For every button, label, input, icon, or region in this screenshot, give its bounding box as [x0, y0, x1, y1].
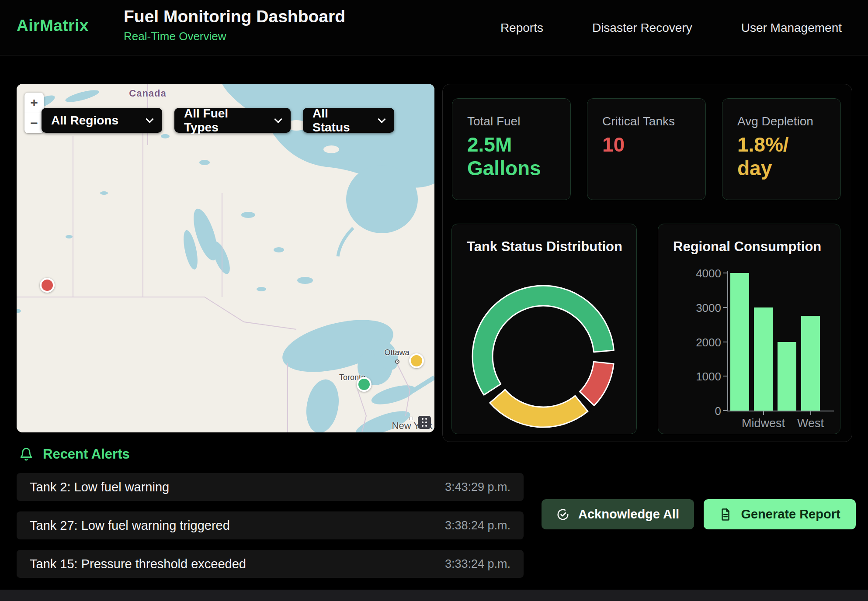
nav-user-management[interactable]: User Management: [741, 21, 842, 35]
alert-text: Tank 2: Low fuel warning: [30, 480, 169, 494]
title-block: Fuel Monitoring Dashboard Real-Time Over…: [124, 7, 345, 43]
regional-consumption-bar-chart: 01000200030004000MidwestWest: [658, 268, 841, 429]
ottawa-town-icon: [395, 359, 399, 364]
donut-segment-yellow: [490, 390, 588, 427]
map-resize-handle[interactable]: [418, 416, 431, 429]
alert-row[interactable]: Tank 27: Low fuel warning triggered 3:38…: [17, 511, 524, 539]
chevron-down-icon: [378, 115, 385, 123]
alert-row[interactable]: Tank 15: Pressure threshold exceeded 3:3…: [17, 550, 524, 578]
chevron-down-icon: [274, 115, 282, 123]
check-circle-icon: [556, 508, 569, 521]
regional-consumption-chart-card: Regional Consumption 01000200030004000Mi…: [658, 224, 840, 434]
tank-marker[interactable]: [357, 377, 372, 392]
acknowledge-all-label: Acknowledge All: [578, 507, 679, 522]
x-tick-label: West: [797, 417, 824, 430]
document-icon: [719, 508, 732, 521]
map-terrain: [17, 84, 434, 432]
tank-status-chart-title: Tank Status Distribution: [467, 239, 622, 255]
regions-dropdown[interactable]: All Regions: [42, 108, 162, 133]
stat-label: Avg Depletion: [737, 114, 826, 128]
alert-time: 3:38:24 p.m.: [445, 519, 510, 532]
stat-card-critical-tanks: Critical Tanks 10: [587, 98, 706, 200]
y-tick-label: 4000: [660, 267, 721, 280]
alert-row[interactable]: Tank 2: Low fuel warning 3:43:29 p.m.: [17, 473, 524, 501]
y-tick-mark: [723, 376, 727, 376]
acknowledge-all-button[interactable]: Acknowledge All: [542, 499, 694, 529]
y-tick-label: 1000: [660, 370, 721, 383]
y-tick-mark: [723, 273, 727, 273]
alerts-title: Recent Alerts: [43, 446, 130, 462]
map[interactable]: Canada Ottawa Toronto New York + − All R…: [17, 84, 434, 432]
map-zoom-control: + −: [24, 93, 44, 133]
top-nav: Reports Disaster Recovery User Managemen…: [500, 0, 842, 55]
y-tick-mark: [723, 410, 727, 411]
status-dropdown-label: All Status: [312, 107, 368, 135]
y-tick-label: 0: [660, 404, 721, 418]
x-tick-mark: [763, 411, 764, 415]
stat-label: Critical Tanks: [602, 114, 691, 128]
fuel-types-dropdown[interactable]: All Fuel Types: [174, 108, 291, 133]
y-tick-label: 2000: [660, 336, 721, 349]
tank-marker[interactable]: [40, 278, 55, 293]
generate-report-label: Generate Report: [741, 507, 840, 522]
alerts-header: Recent Alerts: [19, 446, 130, 462]
bar-col3: [778, 342, 796, 411]
y-tick-mark: [723, 307, 727, 308]
zoom-out-button[interactable]: −: [24, 113, 44, 133]
nav-disaster-recovery[interactable]: Disaster Recovery: [592, 21, 692, 35]
stat-value: 1.8%/day: [737, 133, 826, 180]
stat-card-avg-depletion: Avg Depletion 1.8%/day: [722, 98, 841, 200]
alert-time: 3:43:29 p.m.: [445, 480, 510, 494]
nav-reports[interactable]: Reports: [500, 21, 543, 35]
brand-logo[interactable]: AirMatrix: [17, 17, 89, 35]
alert-time: 3:33:24 p.m.: [445, 557, 510, 571]
x-axis: [727, 411, 834, 411]
status-dropdown[interactable]: All Status: [303, 108, 394, 133]
page-title: Fuel Monitoring Dashboard: [124, 7, 345, 26]
stat-label: Total Fuel: [467, 114, 556, 128]
chevron-down-icon: [146, 115, 153, 123]
zoom-in-button[interactable]: +: [24, 93, 44, 113]
stat-card-total-fuel: Total Fuel 2.5MGallons: [452, 98, 571, 200]
map-label-ottawa: Ottawa: [384, 348, 409, 357]
bar-Midwest: [754, 307, 773, 411]
header: AirMatrix Fuel Monitoring Dashboard Real…: [0, 0, 868, 55]
x-tick-label: Midwest: [742, 417, 785, 430]
stat-value: 10: [602, 133, 691, 156]
fuel-types-dropdown-label: All Fuel Types: [184, 107, 264, 135]
y-tick-mark: [723, 342, 727, 342]
page-subtitle: Real-Time Overview: [124, 30, 345, 43]
bottom-bar: [0, 590, 868, 601]
tank-status-chart-card: Tank Status Distribution: [451, 224, 637, 434]
bell-icon: [19, 447, 33, 461]
newyork-town-icon: [410, 417, 413, 420]
regions-dropdown-label: All Regions: [51, 114, 118, 128]
map-label-canada: Canada: [129, 88, 166, 99]
y-tick-label: 3000: [660, 301, 721, 315]
tank-status-donut-chart: [469, 282, 618, 431]
stat-value: 2.5MGallons: [467, 133, 556, 180]
bar-West: [801, 316, 820, 411]
generate-report-button[interactable]: Generate Report: [704, 499, 856, 529]
y-axis: [727, 271, 728, 411]
map-filters: All Regions All Fuel Types All Status: [42, 108, 394, 133]
alert-text: Tank 27: Low fuel warning triggered: [30, 518, 230, 533]
bar-col1: [730, 273, 749, 411]
x-tick-mark: [810, 411, 811, 415]
alert-text: Tank 15: Pressure threshold exceeded: [30, 557, 246, 571]
donut-segment-red: [580, 362, 614, 405]
regional-consumption-chart-title: Regional Consumption: [673, 239, 821, 255]
tank-marker[interactable]: [409, 353, 424, 368]
